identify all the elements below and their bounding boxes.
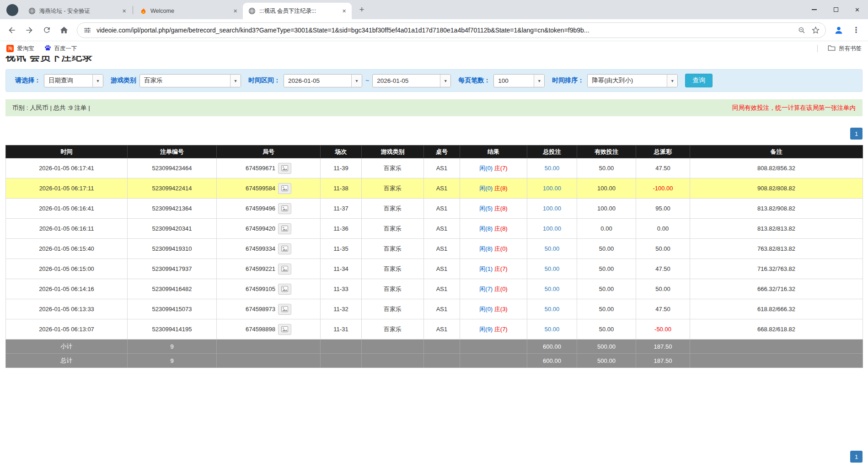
total-bet-link[interactable]: 50.00 xyxy=(545,306,560,313)
new-tab-button[interactable]: + xyxy=(355,3,368,16)
video-replay-button[interactable] xyxy=(278,243,291,254)
tab-close-icon[interactable]: ✕ xyxy=(340,7,348,15)
tab-close-icon[interactable]: ✕ xyxy=(120,7,128,15)
window-close-button[interactable]: ✕ xyxy=(847,0,868,19)
table-footer: 小计 9 600.00 500.00 187.50 总计 9 xyxy=(6,340,863,368)
cell-valid-bet: 50.00 xyxy=(577,158,636,178)
round-number: 674599105 xyxy=(246,286,275,292)
cell-round: 674599584 xyxy=(217,178,321,199)
chevron-down-icon[interactable]: ▾ xyxy=(230,75,241,87)
page-number-button[interactable]: 1 xyxy=(850,451,863,463)
video-replay-button[interactable] xyxy=(278,304,291,315)
site-settings-icon[interactable] xyxy=(83,26,92,35)
chevron-down-icon[interactable]: ▾ xyxy=(92,75,103,87)
total-bet-link[interactable]: 50.00 xyxy=(545,245,560,252)
cell-session: 11-32 xyxy=(321,299,362,319)
video-replay-button[interactable] xyxy=(278,324,291,335)
window-minimize-button[interactable] xyxy=(804,0,825,19)
result-player: 闲(9) xyxy=(479,326,493,333)
cell-note: 813.82/908.82 xyxy=(690,199,863,219)
result-player: 闲(7) xyxy=(479,286,493,292)
total-bet-link[interactable]: 50.00 xyxy=(545,165,560,172)
video-replay-button[interactable] xyxy=(278,223,291,234)
total-bet-link[interactable]: 50.00 xyxy=(545,326,560,333)
address-bar[interactable]: videoie.com/ipl/portal.php/game/betrecor… xyxy=(77,22,826,38)
empty-cell xyxy=(460,354,527,368)
column-header: 总投注 xyxy=(527,146,577,158)
bookmark-taobao[interactable]: 淘 爱淘宝 xyxy=(6,45,34,53)
tab-strip: 海燕论坛 - 安全验证 ✕ Welcome ✕ :::视讯 会员下注纪录::: … xyxy=(0,0,868,19)
query-button[interactable]: 查询 xyxy=(685,74,713,87)
time-range-label: 时间区间： xyxy=(248,76,280,85)
cell-valid-bet: 0.00 xyxy=(577,219,636,239)
total-bet-link[interactable]: 100.00 xyxy=(543,225,561,232)
tab-welcome[interactable]: Welcome ✕ xyxy=(134,3,243,19)
tab-title: 海燕论坛 - 安全验证 xyxy=(39,7,117,15)
chevron-down-icon[interactable]: ▾ xyxy=(534,75,544,87)
tab-bet-record-active[interactable]: :::视讯 会员下注纪录::: ✕ xyxy=(243,3,352,19)
cell-total-bet: 50.00 xyxy=(527,299,577,319)
bookmark-star-icon[interactable] xyxy=(811,26,820,35)
chevron-down-icon[interactable]: ▾ xyxy=(351,75,362,87)
cell-session: 11-35 xyxy=(321,239,362,259)
video-replay-button[interactable] xyxy=(278,264,291,275)
browser-profile-avatar[interactable] xyxy=(6,4,18,16)
forward-button[interactable] xyxy=(21,22,38,38)
payout-value: 0.00 xyxy=(657,225,669,232)
globe-icon xyxy=(28,7,36,15)
cell-bet-id: 523099419310 xyxy=(128,239,217,259)
per-page-select[interactable]: 100 ▾ xyxy=(493,74,545,87)
result-player: 闲(0) xyxy=(479,185,493,192)
date-from-select[interactable]: 2026-01-05 ▾ xyxy=(284,74,362,87)
total-bet-link[interactable]: 50.00 xyxy=(545,265,560,272)
bet-records-table: 时间注单编号局号场次游戏类别桌号结果总投注有效投注总派彩备注 2026-01-0… xyxy=(5,145,863,368)
tab-close-icon[interactable]: ✕ xyxy=(231,7,239,15)
video-replay-button[interactable] xyxy=(278,183,291,194)
cell-table-number: AS1 xyxy=(424,219,460,239)
total-bet-link[interactable]: 100.00 xyxy=(543,205,561,212)
column-header: 时间 xyxy=(6,146,128,158)
cell-result: 闲(8) 庄(0) xyxy=(460,239,527,259)
column-header: 结果 xyxy=(460,146,527,158)
result-player: 闲(5) xyxy=(479,205,493,212)
table-row: 2026-01-05 06:14:16523099416482674599105… xyxy=(6,279,863,299)
chevron-down-icon[interactable]: ▾ xyxy=(667,75,677,87)
home-button[interactable] xyxy=(56,22,72,38)
column-header: 有效投注 xyxy=(577,146,636,158)
chevron-down-icon[interactable]: ▾ xyxy=(440,75,450,87)
window-maximize-button[interactable] xyxy=(825,0,847,19)
time-sort-select[interactable]: 降幂(由大到小) ▾ xyxy=(587,74,678,87)
bookmark-baidu[interactable]: 百度一下 xyxy=(44,44,77,53)
cell-payout: 47.50 xyxy=(636,299,690,319)
date-to-select[interactable]: 2026-01-05 ▾ xyxy=(372,74,451,87)
video-replay-button[interactable] xyxy=(278,203,291,214)
all-bookmarks-button[interactable]: 所有书签 xyxy=(828,44,862,53)
game-type-select[interactable]: 百家乐 ▾ xyxy=(139,74,241,87)
cell-game-type: 百家乐 xyxy=(362,279,424,299)
summary-bar: 币别 : 人民币 | 总共 :9 注单 | 同局有效投注，统一计算在该局第一张注… xyxy=(5,99,863,116)
menu-kebab-icon[interactable]: ⋮ xyxy=(848,22,864,38)
table-row: 2026-01-05 06:17:11523099422414674599584… xyxy=(6,178,863,199)
tab-haiyan-forum[interactable]: 海燕论坛 - 安全验证 ✕ xyxy=(23,3,132,19)
result-player: 闲(8) xyxy=(479,245,493,252)
empty-cell xyxy=(217,340,321,354)
column-header: 场次 xyxy=(321,146,362,158)
zoom-icon[interactable] xyxy=(797,26,806,35)
taobao-icon: 淘 xyxy=(6,45,14,52)
query-type-select[interactable]: 日期查询 ▾ xyxy=(44,74,103,87)
reload-button[interactable] xyxy=(38,22,55,38)
page-number-button[interactable]: 1 xyxy=(850,128,863,140)
column-header: 注单编号 xyxy=(128,146,217,158)
page-title: 视讯 会员下注纪录 xyxy=(5,56,868,62)
total-bet-link[interactable]: 100.00 xyxy=(543,185,561,192)
profile-avatar-icon[interactable] xyxy=(830,22,847,38)
result-banker: 庄(7) xyxy=(494,165,508,172)
cell-note: 763.82/813.82 xyxy=(690,239,863,259)
browser-toolbar: videoie.com/ipl/portal.php/game/betrecor… xyxy=(0,19,868,41)
cell-total-bet: 100.00 xyxy=(527,219,577,239)
back-button[interactable] xyxy=(4,22,20,38)
video-replay-button[interactable] xyxy=(278,163,291,174)
video-replay-button[interactable] xyxy=(278,284,291,295)
round-number: 674599584 xyxy=(246,185,275,192)
total-bet-link[interactable]: 50.00 xyxy=(545,286,560,292)
